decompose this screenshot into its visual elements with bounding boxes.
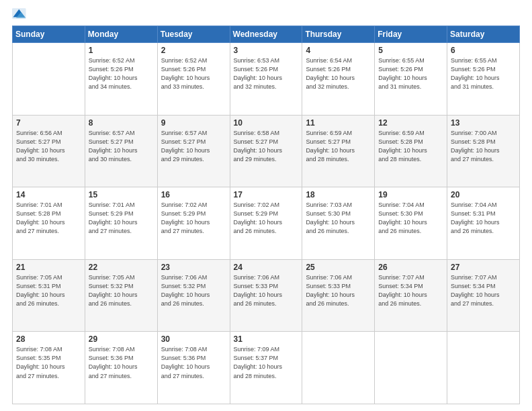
calendar-cell: 18Sunrise: 7:03 AMSunset: 5:30 PMDayligh… <box>302 187 375 260</box>
calendar-week-1: 1Sunrise: 6:52 AMSunset: 5:26 PMDaylight… <box>13 43 520 116</box>
calendar-cell <box>302 332 375 404</box>
calendar-week-5: 28Sunrise: 7:08 AMSunset: 5:35 PMDayligh… <box>13 332 520 404</box>
day-number: 14 <box>16 190 81 199</box>
day-info: Sunrise: 7:04 AMSunset: 5:31 PMDaylight:… <box>451 201 516 236</box>
day-number: 26 <box>378 263 443 272</box>
day-number: 2 <box>161 46 226 55</box>
col-tuesday: Tuesday <box>157 26 230 43</box>
day-number: 29 <box>89 334 154 344</box>
day-number: 7 <box>16 118 81 128</box>
header <box>12 7 520 20</box>
day-info: Sunrise: 6:56 AMSunset: 5:27 PMDaylight:… <box>16 129 81 164</box>
calendar-week-2: 7Sunrise: 6:56 AMSunset: 5:27 PMDaylight… <box>13 115 520 187</box>
calendar-cell: 7Sunrise: 6:56 AMSunset: 5:27 PMDaylight… <box>13 115 85 187</box>
day-info: Sunrise: 7:06 AMSunset: 5:33 PMDaylight:… <box>306 273 371 308</box>
calendar-cell <box>13 43 85 116</box>
calendar-cell: 19Sunrise: 7:04 AMSunset: 5:30 PMDayligh… <box>375 187 447 260</box>
day-number: 18 <box>306 190 371 199</box>
logo-icon <box>12 8 27 20</box>
day-info: Sunrise: 7:02 AMSunset: 5:29 PMDaylight:… <box>234 201 299 236</box>
col-monday: Monday <box>85 26 157 43</box>
day-number: 6 <box>451 46 516 55</box>
day-info: Sunrise: 6:55 AMSunset: 5:26 PMDaylight:… <box>378 56 443 91</box>
calendar-cell: 31Sunrise: 7:09 AMSunset: 5:37 PMDayligh… <box>230 332 302 404</box>
day-info: Sunrise: 7:05 AMSunset: 5:31 PMDaylight:… <box>16 273 81 308</box>
page: Sunday Monday Tuesday Wednesday Thursday… <box>0 0 532 411</box>
day-number: 27 <box>451 263 516 272</box>
day-info: Sunrise: 7:06 AMSunset: 5:32 PMDaylight:… <box>161 273 226 308</box>
day-number: 9 <box>161 118 226 128</box>
day-info: Sunrise: 7:08 AMSunset: 5:36 PMDaylight:… <box>161 345 226 380</box>
col-wednesday: Wednesday <box>230 26 302 43</box>
calendar-cell: 29Sunrise: 7:08 AMSunset: 5:36 PMDayligh… <box>85 332 157 404</box>
calendar-cell: 1Sunrise: 6:52 AMSunset: 5:26 PMDaylight… <box>85 43 157 116</box>
day-number: 15 <box>89 190 154 199</box>
day-info: Sunrise: 6:57 AMSunset: 5:27 PMDaylight:… <box>161 129 226 164</box>
day-info: Sunrise: 6:55 AMSunset: 5:26 PMDaylight:… <box>451 56 516 91</box>
calendar-cell: 22Sunrise: 7:05 AMSunset: 5:32 PMDayligh… <box>85 259 157 332</box>
day-info: Sunrise: 6:57 AMSunset: 5:27 PMDaylight:… <box>89 129 154 164</box>
day-info: Sunrise: 6:59 AMSunset: 5:27 PMDaylight:… <box>306 129 371 164</box>
calendar-cell: 25Sunrise: 7:06 AMSunset: 5:33 PMDayligh… <box>302 259 375 332</box>
calendar-cell: 16Sunrise: 7:02 AMSunset: 5:29 PMDayligh… <box>157 187 230 260</box>
day-info: Sunrise: 7:07 AMSunset: 5:34 PMDaylight:… <box>378 273 443 308</box>
day-info: Sunrise: 6:54 AMSunset: 5:26 PMDaylight:… <box>306 56 371 91</box>
day-info: Sunrise: 7:08 AMSunset: 5:35 PMDaylight:… <box>16 345 81 380</box>
day-info: Sunrise: 7:01 AMSunset: 5:29 PMDaylight:… <box>89 201 154 236</box>
calendar-cell: 11Sunrise: 6:59 AMSunset: 5:27 PMDayligh… <box>302 115 375 187</box>
day-number: 23 <box>161 263 226 272</box>
calendar-cell: 12Sunrise: 6:59 AMSunset: 5:28 PMDayligh… <box>375 115 447 187</box>
day-info: Sunrise: 7:04 AMSunset: 5:30 PMDaylight:… <box>378 201 443 236</box>
day-info: Sunrise: 6:58 AMSunset: 5:27 PMDaylight:… <box>234 129 299 164</box>
calendar-cell: 10Sunrise: 6:58 AMSunset: 5:27 PMDayligh… <box>230 115 302 187</box>
calendar-week-4: 21Sunrise: 7:05 AMSunset: 5:31 PMDayligh… <box>13 259 520 332</box>
calendar-cell: 17Sunrise: 7:02 AMSunset: 5:29 PMDayligh… <box>230 187 302 260</box>
calendar-cell: 14Sunrise: 7:01 AMSunset: 5:28 PMDayligh… <box>13 187 85 260</box>
col-saturday: Saturday <box>447 26 520 43</box>
calendar-cell: 4Sunrise: 6:54 AMSunset: 5:26 PMDaylight… <box>302 43 375 116</box>
day-info: Sunrise: 7:02 AMSunset: 5:29 PMDaylight:… <box>161 201 226 236</box>
col-thursday: Thursday <box>302 26 375 43</box>
calendar-cell <box>375 332 447 404</box>
day-number: 21 <box>16 263 81 272</box>
calendar-cell: 5Sunrise: 6:55 AMSunset: 5:26 PMDaylight… <box>375 43 447 116</box>
day-number: 24 <box>234 263 299 272</box>
day-info: Sunrise: 6:52 AMSunset: 5:26 PMDaylight:… <box>89 56 154 91</box>
calendar-cell: 26Sunrise: 7:07 AMSunset: 5:34 PMDayligh… <box>375 259 447 332</box>
day-number: 20 <box>451 190 516 199</box>
day-number: 30 <box>161 334 226 344</box>
day-info: Sunrise: 7:05 AMSunset: 5:32 PMDaylight:… <box>89 273 154 308</box>
calendar-cell: 28Sunrise: 7:08 AMSunset: 5:35 PMDayligh… <box>13 332 85 404</box>
day-number: 28 <box>16 334 81 344</box>
col-sunday: Sunday <box>13 26 85 43</box>
calendar-cell: 27Sunrise: 7:07 AMSunset: 5:34 PMDayligh… <box>447 259 520 332</box>
day-number: 17 <box>234 190 299 199</box>
day-number: 22 <box>89 263 154 272</box>
day-number: 1 <box>89 46 154 55</box>
calendar-table: Sunday Monday Tuesday Wednesday Thursday… <box>12 26 520 404</box>
logo <box>12 7 28 20</box>
day-number: 12 <box>378 118 443 128</box>
day-number: 19 <box>378 190 443 199</box>
day-info: Sunrise: 7:07 AMSunset: 5:34 PMDaylight:… <box>451 273 516 308</box>
calendar-cell: 30Sunrise: 7:08 AMSunset: 5:36 PMDayligh… <box>157 332 230 404</box>
calendar-cell: 23Sunrise: 7:06 AMSunset: 5:32 PMDayligh… <box>157 259 230 332</box>
header-row: Sunday Monday Tuesday Wednesday Thursday… <box>13 26 520 43</box>
calendar-cell <box>447 332 520 404</box>
calendar-cell: 2Sunrise: 6:52 AMSunset: 5:26 PMDaylight… <box>157 43 230 116</box>
calendar-cell: 3Sunrise: 6:53 AMSunset: 5:26 PMDaylight… <box>230 43 302 116</box>
day-number: 4 <box>306 46 371 55</box>
day-number: 11 <box>306 118 371 128</box>
calendar-cell: 21Sunrise: 7:05 AMSunset: 5:31 PMDayligh… <box>13 259 85 332</box>
day-number: 31 <box>234 334 299 344</box>
calendar-cell: 13Sunrise: 7:00 AMSunset: 5:28 PMDayligh… <box>447 115 520 187</box>
day-info: Sunrise: 6:52 AMSunset: 5:26 PMDaylight:… <box>161 56 226 91</box>
calendar-cell: 8Sunrise: 6:57 AMSunset: 5:27 PMDaylight… <box>85 115 157 187</box>
day-info: Sunrise: 7:01 AMSunset: 5:28 PMDaylight:… <box>16 201 81 236</box>
day-number: 10 <box>234 118 299 128</box>
calendar-cell: 24Sunrise: 7:06 AMSunset: 5:33 PMDayligh… <box>230 259 302 332</box>
day-number: 3 <box>234 46 299 55</box>
day-info: Sunrise: 7:08 AMSunset: 5:36 PMDaylight:… <box>89 345 154 380</box>
day-info: Sunrise: 7:00 AMSunset: 5:28 PMDaylight:… <box>451 129 516 164</box>
day-number: 25 <box>306 263 371 272</box>
